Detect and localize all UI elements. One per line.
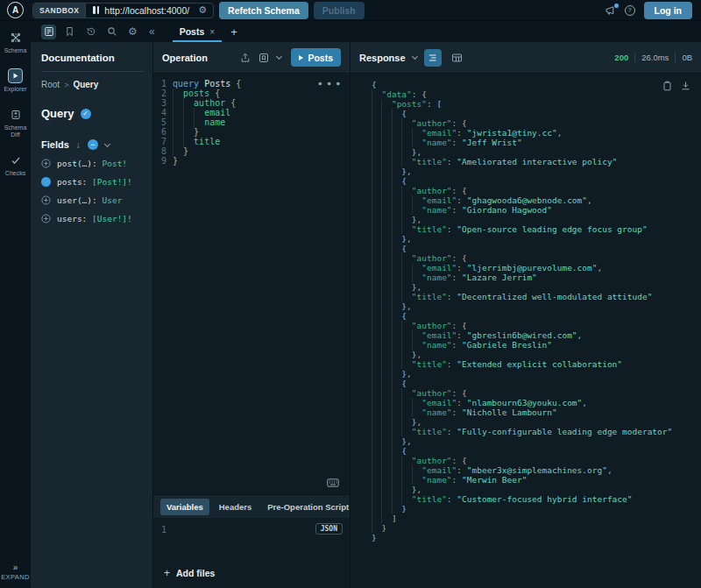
response-size: 0B	[682, 53, 692, 62]
apollo-logo[interactable]: A	[0, 2, 31, 18]
expand-rail-button[interactable]: » EXPAND	[1, 564, 30, 581]
settings-gear-icon[interactable]: ⚙	[125, 25, 140, 39]
response-body[interactable]: { "data": { "posts": [ { "author": { "em…	[350, 74, 701, 588]
publish-button[interactable]: Publish	[314, 2, 365, 19]
response-chevron-down-icon[interactable]	[412, 53, 418, 60]
schema-icon	[8, 30, 23, 45]
field-signature: posts: [Post!]!	[57, 177, 132, 187]
keyboard-shortcuts-icon[interactable]	[327, 478, 339, 487]
response-line: },	[372, 350, 701, 359]
query-line: posts {	[173, 89, 241, 98]
breadcrumb-root-link[interactable]: Root	[41, 80, 60, 89]
response-line: }	[372, 504, 701, 514]
share-operation-icon[interactable]	[240, 53, 251, 63]
chevron-down-icon[interactable]	[104, 140, 110, 146]
apollo-logo-circle: A	[7, 2, 24, 18]
explorer-toolbar: ⚙ « Posts × +	[31, 21, 701, 42]
field-row[interactable]: users: [User!]!	[41, 213, 144, 223]
response-line: }	[372, 523, 701, 533]
response-line: "email": "gbreslin6b@wired.com",	[372, 330, 701, 340]
response-panel: Response	[350, 42, 701, 588]
new-tab-button[interactable]: +	[230, 25, 237, 39]
response-line: "email": "ljerrimbj@purevolume.com",	[372, 263, 701, 273]
response-line: {	[372, 379, 701, 388]
connection-settings-gear-icon[interactable]: ⚙	[196, 5, 213, 15]
saved-operations-bookmark-icon[interactable]	[62, 25, 77, 39]
documentation-panel: Documentation Root > Query Query ✓ Field…	[31, 42, 153, 588]
json-mode-badge[interactable]: JSON	[315, 523, 343, 535]
collapse-panel-icon[interactable]: «	[149, 25, 155, 38]
operation-bottom-tabs: VariablesHeadersPre-Operation ScriptPost…	[153, 494, 350, 518]
add-field-plus-icon[interactable]	[41, 159, 51, 168]
table-view-icon[interactable]	[449, 49, 466, 67]
operation-panel: Operation Posts	[153, 42, 350, 588]
field-row[interactable]: ✓posts: [Post!]!	[41, 176, 144, 187]
tab-pre-operation-script[interactable]: Pre-Operation Script	[261, 499, 350, 515]
sidebar-item-checks[interactable]: Checks	[5, 152, 25, 177]
login-button[interactable]: Log in	[644, 2, 693, 19]
collection-chevron-down-icon[interactable]	[276, 53, 282, 60]
run-operation-button[interactable]: Posts	[291, 48, 341, 67]
tab-variables[interactable]: Variables	[160, 499, 209, 515]
response-line: },	[372, 215, 701, 224]
response-line: "author": {	[372, 321, 701, 330]
operation-title: Operation	[162, 53, 208, 63]
response-line: {	[372, 244, 701, 253]
response-line: },	[372, 166, 701, 176]
query-editor[interactable]: 123456789 query Posts { posts { author {…	[153, 74, 350, 494]
breadcrumb-current: Query	[73, 80, 98, 89]
response-line: "name": "Lazare Jerrim"	[372, 273, 701, 282]
editor-menu-icon[interactable]: ● ● ●	[318, 78, 341, 88]
search-icon[interactable]	[104, 25, 119, 39]
add-field-plus-icon[interactable]	[41, 195, 51, 205]
help-icon[interactable]: ?	[625, 5, 635, 16]
query-line: title	[173, 137, 241, 146]
query-line: query Posts {	[173, 79, 241, 89]
filter-selected-badge[interactable]: −	[88, 139, 98, 150]
notification-dot	[614, 4, 619, 8]
variables-editor[interactable]: 1 JSON	[153, 518, 350, 558]
type-selected-check-icon: ✓	[81, 109, 91, 119]
breadcrumb-separator: >	[64, 81, 68, 89]
connection-status-icon	[93, 6, 99, 14]
announcements-megaphone-icon[interactable]	[605, 5, 616, 16]
sort-fields-icon[interactable]: ↓	[76, 140, 81, 150]
response-line: "author": {	[372, 186, 701, 195]
refetch-schema-button[interactable]: Refetch Schema	[219, 2, 308, 19]
field-row[interactable]: user(…): User	[41, 195, 144, 205]
query-code[interactable]: query Posts { posts { author { email nam…	[173, 79, 241, 494]
type-title: Query	[41, 107, 74, 120]
response-line: },	[372, 369, 701, 379]
save-to-collection-icon[interactable]	[258, 53, 269, 63]
response-line: "name": "Giordano Hagwood"	[372, 205, 701, 215]
response-line: "title": "Ameliorated interactive policy…	[372, 157, 701, 166]
field-signature: users: [User!]!	[57, 214, 132, 223]
close-tab-icon[interactable]: ×	[209, 27, 215, 37]
fields-header: Fields ↓ −	[41, 139, 144, 150]
sidebar-item-explorer[interactable]: Explorer	[4, 68, 26, 93]
response-header: Response	[350, 42, 701, 74]
history-icon[interactable]	[83, 25, 98, 39]
tab-headers[interactable]: Headers	[213, 499, 258, 515]
response-line: "name": "Merwin Beer"	[372, 475, 701, 485]
documentation-panel-icon[interactable]	[41, 25, 56, 39]
field-selected-check-icon[interactable]: ✓	[41, 177, 51, 187]
query-line: }	[173, 146, 241, 156]
add-files-button[interactable]: + Add files	[153, 558, 350, 588]
status-code: 200	[614, 53, 628, 62]
tree-view-icon[interactable]	[424, 49, 442, 67]
field-row[interactable]: post(…): Post!	[41, 158, 144, 168]
sidebar-item-schema[interactable]: Schema	[4, 30, 27, 54]
download-response-icon[interactable]	[681, 81, 690, 91]
endpoint-url-bar[interactable]: SANDBOX http://localhost:4000/ ⚙	[32, 3, 214, 18]
response-line: "data": {	[372, 89, 701, 99]
add-field-plus-icon[interactable]	[41, 214, 51, 223]
endpoint-url-input[interactable]: http://localhost:4000/	[104, 5, 196, 16]
copy-response-icon[interactable]	[662, 81, 672, 91]
response-line: },	[372, 485, 701, 494]
operation-tab-posts[interactable]: Posts ×	[173, 21, 222, 42]
response-line: "email": "jwrista1@tiny.cc",	[372, 128, 701, 138]
response-line: {	[372, 176, 701, 186]
sidebar-item-schema-diff[interactable]: Schema Diff	[0, 107, 31, 138]
query-line: }	[173, 156, 241, 166]
